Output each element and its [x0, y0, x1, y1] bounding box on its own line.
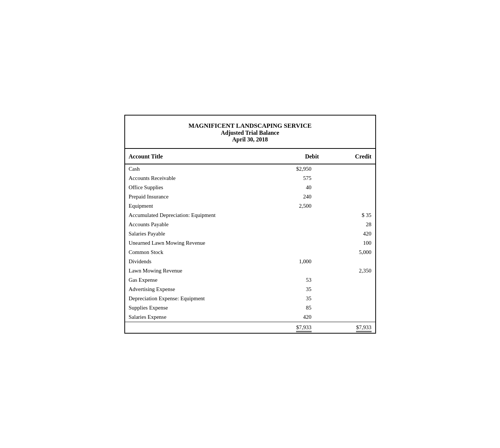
table-row: Cash$2,950	[125, 164, 375, 174]
table-row: Salaries Payable420	[125, 229, 375, 238]
account-name: Prepaid Insurance	[125, 192, 270, 201]
debit-value	[270, 266, 323, 275]
credit-value	[323, 201, 375, 211]
debit-value: 420	[270, 312, 323, 322]
debit-value: 85	[270, 303, 323, 312]
table-row: Lawn Mowing Revenue2,350	[125, 266, 375, 275]
credit-value	[323, 164, 375, 174]
account-name: Depreciation Expense: Equipment	[125, 294, 270, 303]
company-name: MAGNIFICENT LANDSCAPING SERVICE	[132, 122, 368, 130]
account-name: Supplies Expense	[125, 303, 270, 312]
debit-value: 2,500	[270, 201, 323, 211]
trial-balance-table: Account Title Debit Credit Cash$2,950Acc…	[125, 149, 375, 333]
debit-value: 35	[270, 285, 323, 294]
debit-value: 1,000	[270, 257, 323, 266]
account-name: Dividends	[125, 257, 270, 266]
account-name: Unearned Lawn Mowing Revenue	[125, 238, 270, 248]
debit-value	[270, 229, 323, 238]
account-name: Accounts Receivable	[125, 174, 270, 183]
credit-value	[323, 303, 375, 312]
table-row: Salaries Expense420	[125, 312, 375, 322]
credit-value	[323, 183, 375, 192]
debit-header: Debit	[270, 149, 323, 164]
debit-value: 240	[270, 192, 323, 201]
debit-value: 575	[270, 174, 323, 183]
debit-value	[270, 211, 323, 220]
total-debit: $7,933	[270, 322, 323, 333]
credit-value: 2,350	[323, 266, 375, 275]
table-row: Prepaid Insurance240	[125, 192, 375, 201]
table-row: Advertising Expense35	[125, 285, 375, 294]
credit-value: 5,000	[323, 248, 375, 257]
account-name: Accumulated Depreciation: Equipment	[125, 211, 270, 220]
account-name: Accounts Payable	[125, 220, 270, 229]
report-date: April 30, 2018	[132, 136, 368, 143]
debit-value	[270, 220, 323, 229]
credit-value: $ 35	[323, 211, 375, 220]
debit-value	[270, 238, 323, 248]
credit-value	[323, 294, 375, 303]
table-row: Depreciation Expense: Equipment35	[125, 294, 375, 303]
account-name: Salaries Expense	[125, 312, 270, 322]
credit-value: 420	[323, 229, 375, 238]
table-row: Gas Expense53	[125, 275, 375, 285]
debit-value: 40	[270, 183, 323, 192]
credit-header: Credit	[323, 149, 375, 164]
table-row: Office Supplies40	[125, 183, 375, 192]
table-row: Equipment2,500	[125, 201, 375, 211]
credit-value	[323, 257, 375, 266]
table-row: Dividends1,000	[125, 257, 375, 266]
account-name: Office Supplies	[125, 183, 270, 192]
account-name: Equipment	[125, 201, 270, 211]
credit-value: 28	[323, 220, 375, 229]
report-title: Adjusted Trial Balance	[132, 130, 368, 136]
totals-label	[125, 322, 270, 333]
credit-value	[323, 285, 375, 294]
debit-value: 35	[270, 294, 323, 303]
account-name: Cash	[125, 164, 270, 174]
report-container: MAGNIFICENT LANDSCAPING SERVICE Adjusted…	[124, 115, 376, 334]
column-headers: Account Title Debit Credit	[125, 149, 375, 164]
credit-value	[323, 312, 375, 322]
table-row: Common Stock5,000	[125, 248, 375, 257]
credit-value	[323, 275, 375, 285]
account-name: Advertising Expense	[125, 285, 270, 294]
total-credit: $7,933	[323, 322, 375, 333]
credit-value	[323, 174, 375, 183]
table-row: Accounts Receivable575	[125, 174, 375, 183]
debit-value: 53	[270, 275, 323, 285]
credit-value: 100	[323, 238, 375, 248]
credit-value	[323, 192, 375, 201]
account-name: Common Stock	[125, 248, 270, 257]
debit-value	[270, 248, 323, 257]
report-header: MAGNIFICENT LANDSCAPING SERVICE Adjusted…	[125, 116, 375, 149]
debit-value: $2,950	[270, 164, 323, 174]
account-title-header: Account Title	[125, 149, 270, 164]
totals-row: $7,933$7,933	[125, 322, 375, 333]
account-name: Gas Expense	[125, 275, 270, 285]
table-row: Supplies Expense85	[125, 303, 375, 312]
table-row: Accumulated Depreciation: Equipment$ 35	[125, 211, 375, 220]
account-name: Salaries Payable	[125, 229, 270, 238]
table-row: Accounts Payable28	[125, 220, 375, 229]
account-name: Lawn Mowing Revenue	[125, 266, 270, 275]
table-row: Unearned Lawn Mowing Revenue100	[125, 238, 375, 248]
